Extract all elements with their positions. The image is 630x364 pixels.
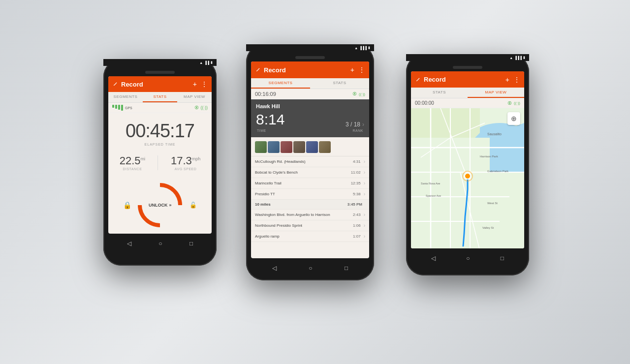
- right-nav-bar: ◁ ○ □: [406, 251, 529, 266]
- chevron-0: ›: [364, 159, 365, 164]
- segment-chevron[interactable]: ›: [362, 121, 364, 128]
- segment-name: Hawk Hill: [256, 103, 364, 109]
- tab-stats-left[interactable]: STATS: [143, 92, 177, 102]
- segment-meta: TIME RANK: [256, 128, 364, 132]
- segment-highlight: Hawk Hill 8:14 3 / 18 › TIME RANK: [251, 99, 369, 137]
- right-header-icons: + ⋮: [505, 76, 520, 84]
- segment-time-row: 8:14 3 / 18 ›: [256, 111, 364, 128]
- wifi-icon-r: ▲: [509, 56, 513, 60]
- left-app-header: ⟋ Record + ⋮: [108, 76, 212, 92]
- svg-text:Sausalito: Sausalito: [487, 132, 502, 136]
- center-plus-icon[interactable]: +: [350, 66, 354, 74]
- segment-milestone: 10 miles 3:45 PM: [251, 200, 369, 210]
- segment-item-3[interactable]: Presidio TT 5:38 ›: [251, 189, 369, 200]
- stat-divider: [158, 155, 158, 170]
- chevron-2: ›: [364, 181, 365, 186]
- unlock-ring[interactable]: UNLOCK »: [128, 174, 191, 234]
- left-plus-icon[interactable]: +: [193, 80, 197, 88]
- right-loc-icon: ⦿: [507, 101, 512, 106]
- left-more-icon[interactable]: ⋮: [201, 80, 208, 88]
- svg-point-16: [465, 173, 471, 179]
- strava-logo-left: ⟋: [112, 81, 118, 88]
- segment-item-5[interactable]: Washington Blvd. from Arguello to Harris…: [251, 210, 369, 220]
- recents-button-right[interactable]: □: [501, 255, 504, 262]
- phones-container: ▲ ▐▐ ▮ ⟋ Record + ⋮ SEGMENTS STATS MAP V…: [94, 15, 536, 349]
- avatar-6[interactable]: [319, 141, 331, 153]
- svg-text:Santa Rosa Ave: Santa Rosa Ave: [421, 182, 440, 185]
- center-signal-icon: ((·)): [359, 92, 365, 96]
- right-status-bar: ▲ ▐▐▐ ▮: [406, 54, 529, 61]
- recents-button-left[interactable]: □: [189, 240, 193, 247]
- gps-bar-4: [121, 105, 123, 111]
- svg-text:Valley St: Valley St: [482, 226, 494, 229]
- lock-locked-icon: 🔒: [123, 201, 131, 209]
- back-button-right[interactable]: ◁: [431, 255, 436, 262]
- avatar-4[interactable]: [293, 141, 305, 153]
- center-app-header: ⟋ Record + ⋮: [251, 61, 369, 78]
- elapsed-time-display: 00:45:17: [108, 113, 212, 143]
- segment-rank: 3 / 18: [346, 121, 360, 128]
- center-tabs: SEGMENTS STATS: [251, 78, 369, 89]
- avatar-2[interactable]: [268, 141, 280, 153]
- right-timer-row: 00:00:00 ⦿ ((·)): [411, 98, 524, 108]
- speed-label: AVG SPEED: [171, 167, 200, 171]
- map-container[interactable]: Sausalito Harrison Park Gabrielson Park …: [411, 108, 524, 248]
- right-speaker: [453, 66, 482, 69]
- tab-mapview-left[interactable]: MAP VIEW: [177, 92, 212, 102]
- back-button-left[interactable]: ◁: [127, 240, 131, 247]
- home-button-right[interactable]: ○: [466, 255, 470, 262]
- right-app-header: ⟋ Record + ⋮: [411, 71, 524, 88]
- strava-logo-right: ⟋: [415, 76, 421, 83]
- segment-item-1[interactable]: Bobcat to Clyde's Bench 11:02 ›: [251, 167, 369, 178]
- right-header-title: Record: [424, 76, 505, 83]
- wifi-icon: ▲: [199, 61, 203, 64]
- avatar-5[interactable]: [306, 141, 318, 153]
- center-speaker: [295, 56, 325, 59]
- tab-stats-center[interactable]: STATS: [310, 78, 369, 89]
- speed-value: 17.3mph: [171, 154, 200, 167]
- time-label: TIME: [257, 129, 266, 132]
- gps-bar-3: [118, 105, 120, 110]
- segment-item-6[interactable]: Northbound Presidio Sprint 1:06 ›: [251, 220, 369, 231]
- left-header-icons: + ⋮: [193, 80, 208, 88]
- unlock-text[interactable]: UNLOCK »: [149, 203, 172, 208]
- segment-list: McCullough Rd. (Headlands) 4:31 › Bobcat…: [251, 156, 369, 242]
- svg-text:West St: West St: [487, 202, 498, 205]
- compass-button[interactable]: ⊕: [507, 112, 520, 125]
- right-more-icon[interactable]: ⋮: [513, 76, 520, 84]
- segment-item-7[interactable]: Arguello ramp 1:07 ›: [251, 231, 369, 242]
- chevron-1: ›: [364, 170, 365, 175]
- avatar-row: [251, 138, 369, 156]
- center-more-icon[interactable]: ⋮: [358, 66, 365, 74]
- recents-button-center[interactable]: □: [345, 265, 348, 272]
- center-nav-bar: ◁ ○ □: [246, 261, 374, 275]
- stat-distance: 22.5mi DISTANCE: [120, 154, 145, 171]
- tab-segments-center[interactable]: SEGMENTS: [251, 78, 310, 89]
- right-timer: 00:00:00: [415, 100, 434, 106]
- center-screen: ⟋ Record + ⋮ SEGMENTS STATS 00:16:09 ⦿ (…: [251, 61, 369, 258]
- gps-bars: [112, 105, 123, 111]
- segment-time: 8:14: [256, 111, 284, 128]
- center-loc-icon: ⦿: [352, 91, 357, 96]
- tab-mapview-right[interactable]: MAP VIEW: [468, 88, 524, 98]
- center-status-bar: ▲ ▐▐▐ ▮: [246, 44, 374, 51]
- tab-segments-left[interactable]: SEGMENTS: [108, 92, 143, 102]
- gps-bar-1: [112, 105, 114, 108]
- back-button-center[interactable]: ◁: [272, 265, 277, 272]
- home-button-left[interactable]: ○: [158, 240, 162, 247]
- segment-item-0[interactable]: McCullough Rd. (Headlands) 4:31 ›: [251, 156, 369, 167]
- chevron-6: ›: [364, 223, 365, 228]
- tab-stats-right[interactable]: STATS: [411, 88, 468, 98]
- gps-label: GPS: [125, 106, 132, 110]
- center-header-title: Record: [264, 66, 350, 74]
- home-button-center[interactable]: ○: [309, 265, 312, 272]
- right-plus-icon[interactable]: +: [505, 76, 509, 84]
- segment-rank-area: 3 / 18 ›: [346, 121, 364, 128]
- segment-item-2[interactable]: Marincello Trail 12:35 ›: [251, 178, 369, 189]
- right-tabs: STATS MAP VIEW: [411, 88, 524, 98]
- compass-icon: ⊕: [511, 115, 517, 122]
- left-screen: ⟋ Record + ⋮ SEGMENTS STATS MAP VIEW: [108, 76, 212, 234]
- avatar-1[interactable]: [255, 141, 267, 153]
- unlock-section: 🔒 UNLOCK » 🔓: [108, 176, 212, 234]
- avatar-3[interactable]: [281, 141, 292, 153]
